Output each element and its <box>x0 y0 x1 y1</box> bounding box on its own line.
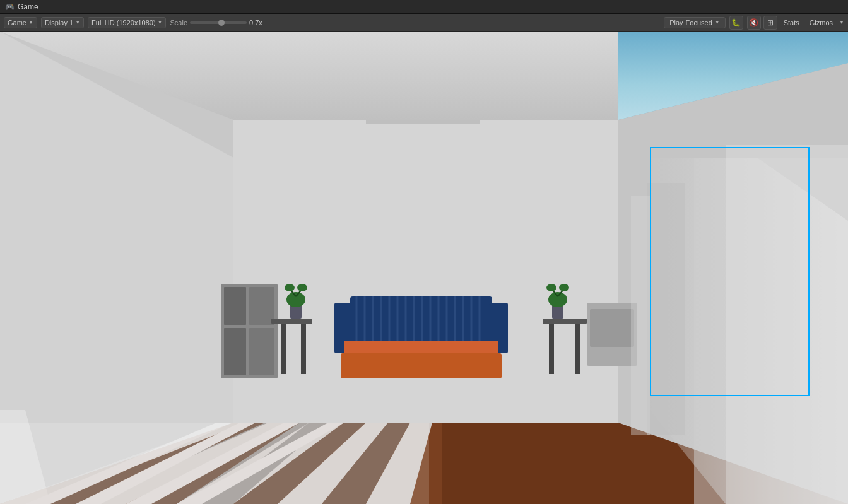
play-label: Play <box>669 19 683 26</box>
svg-rect-56 <box>301 324 306 374</box>
svg-rect-27 <box>726 145 848 504</box>
bug-icon: 🐛 <box>731 18 741 27</box>
svg-rect-48 <box>344 341 498 353</box>
svg-point-69 <box>548 292 567 307</box>
svg-rect-52 <box>224 328 246 375</box>
svg-rect-45 <box>341 353 502 378</box>
svg-point-73 <box>559 284 569 291</box>
svg-point-61 <box>285 284 295 291</box>
svg-rect-76 <box>631 196 650 435</box>
title-bar: 🎮 Game <box>0 0 848 14</box>
display-dropdown[interactable]: Display 1 ▼ <box>41 17 84 28</box>
svg-point-72 <box>546 284 556 291</box>
svg-rect-74 <box>366 120 480 124</box>
resolution-label: Full HD (1920x1080) <box>91 19 156 26</box>
resolution-chevron: ▼ <box>158 20 163 25</box>
stats-button[interactable]: Stats <box>780 18 803 28</box>
svg-point-58 <box>286 292 305 307</box>
scale-thumb[interactable] <box>218 20 225 26</box>
game-dropdown[interactable]: Game ▼ <box>4 17 37 28</box>
scale-value: 0.7x <box>249 19 262 26</box>
gizmos-button[interactable]: Gizmos <box>806 18 837 28</box>
grid-icon: ⊞ <box>767 18 774 27</box>
svg-rect-64 <box>590 309 634 347</box>
svg-rect-67 <box>575 324 580 374</box>
play-focused-chevron: ▼ <box>715 20 720 25</box>
svg-point-62 <box>297 284 307 291</box>
game-viewport[interactable] <box>0 32 848 504</box>
svg-marker-23 <box>0 423 429 504</box>
mute-button[interactable]: 🔇 <box>747 16 761 30</box>
grid-button[interactable]: ⊞ <box>763 16 777 30</box>
game-label: Game <box>8 19 26 26</box>
svg-rect-75 <box>647 183 685 435</box>
scale-label: Scale <box>170 19 187 26</box>
svg-rect-54 <box>271 319 312 324</box>
game-chevron: ▼ <box>28 20 33 25</box>
svg-rect-53 <box>249 328 274 375</box>
game-tab-icon: 🎮 <box>5 3 14 11</box>
bug-icon-button[interactable]: 🐛 <box>729 16 743 30</box>
focused-label: Focused <box>686 19 712 26</box>
svg-rect-55 <box>281 324 286 374</box>
toolbar: Game ▼ Display 1 ▼ Full HD (1920x1080) ▼… <box>0 14 848 32</box>
display-chevron: ▼ <box>75 20 80 25</box>
display-label: Display 1 <box>45 19 73 26</box>
title-bar-text: Game <box>18 3 38 11</box>
play-focused-button[interactable]: Play Focused ▼ <box>664 17 726 28</box>
mute-icon: 🔇 <box>749 18 758 27</box>
svg-rect-66 <box>549 324 554 374</box>
scale-container: Scale 0.7x <box>170 19 262 26</box>
gizmos-chevron[interactable]: ▼ <box>839 20 844 25</box>
resolution-dropdown[interactable]: Full HD (1920x1080) ▼ <box>88 17 166 28</box>
svg-rect-51 <box>249 287 274 325</box>
svg-rect-65 <box>543 319 587 324</box>
toolbar-right: 🔇 ⊞ Stats Gizmos ▼ <box>747 16 844 30</box>
scale-slider[interactable] <box>190 21 247 24</box>
svg-rect-50 <box>224 287 246 325</box>
scene-canvas <box>0 32 848 504</box>
